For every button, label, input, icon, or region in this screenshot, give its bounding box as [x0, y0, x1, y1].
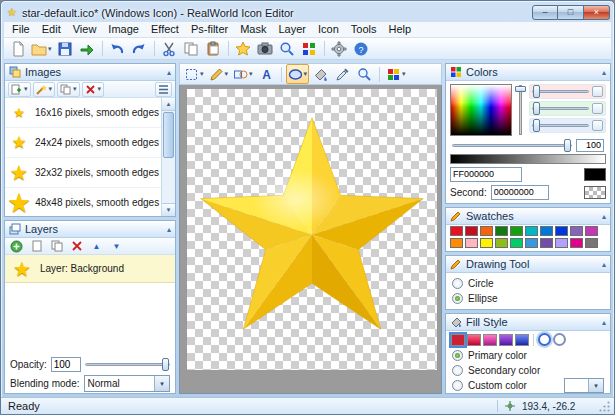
- red-spin-button[interactable]: [592, 86, 603, 97]
- secondary-color-radio[interactable]: [452, 365, 463, 376]
- chevron-down-icon[interactable]: ▾: [588, 379, 603, 392]
- redo-button[interactable]: [129, 39, 150, 59]
- menu-effect[interactable]: Effect: [145, 22, 185, 37]
- brightness-slider-thumb[interactable]: [515, 86, 526, 92]
- duplicate-image-button[interactable]: ▾: [57, 82, 80, 97]
- fill-style-gradient-1[interactable]: [467, 334, 481, 346]
- image-item-48[interactable]: ★ 48x48 pixels, smooth edges: [5, 188, 161, 216]
- colors-button[interactable]: [299, 39, 320, 59]
- hue-saturation-picker[interactable]: [450, 84, 512, 136]
- ellipse-tool-button[interactable]: ▾: [286, 64, 310, 84]
- red-slider[interactable]: [532, 89, 589, 94]
- swatch[interactable]: [525, 238, 538, 248]
- text-tool-button[interactable]: A: [256, 64, 277, 84]
- help-button[interactable]: ?: [351, 39, 372, 59]
- images-scrollbar[interactable]: ▲ ▼: [161, 98, 175, 216]
- menu-help[interactable]: Help: [382, 22, 417, 37]
- green-slider-thumb[interactable]: [533, 102, 540, 115]
- menu-icon[interactable]: Icon: [312, 22, 345, 37]
- swatch[interactable]: [450, 238, 463, 248]
- brightness-slider[interactable]: [515, 84, 526, 136]
- layers-panel-header[interactable]: Layers ▴: [5, 221, 175, 238]
- blue-slider-thumb[interactable]: [533, 119, 540, 132]
- swatch[interactable]: [450, 226, 463, 236]
- settings-button[interactable]: [329, 39, 350, 59]
- maximize-button[interactable]: □: [558, 5, 584, 20]
- new-image-button[interactable]: ▾: [8, 82, 31, 97]
- chevron-down-icon[interactable]: ▾: [154, 376, 169, 391]
- menu-layer[interactable]: Layer: [272, 22, 312, 37]
- red-slider-thumb[interactable]: [533, 85, 540, 98]
- circle-option[interactable]: Circle: [446, 276, 610, 291]
- swatch[interactable]: [570, 238, 583, 248]
- minimize-button[interactable]: –: [532, 5, 558, 20]
- move-layer-down-button[interactable]: ▼: [108, 239, 125, 254]
- swatch[interactable]: [555, 238, 568, 248]
- menu-image[interactable]: Image: [102, 22, 145, 37]
- move-layer-up-button[interactable]: ▲: [88, 239, 105, 254]
- primary-color-option[interactable]: Primary color: [446, 348, 610, 363]
- green-spin-button[interactable]: [592, 103, 603, 114]
- menu-tools[interactable]: Tools: [345, 22, 383, 37]
- layer-row-background[interactable]: ★ Layer: Background: [5, 255, 175, 283]
- collapse-icon[interactable]: ▴: [167, 68, 171, 77]
- paste-button[interactable]: [203, 39, 224, 59]
- swatch[interactable]: [495, 226, 508, 236]
- scroll-up-icon[interactable]: ▲: [162, 98, 175, 111]
- fill-style-gradient-4[interactable]: [515, 334, 529, 346]
- menu-view[interactable]: View: [67, 22, 103, 37]
- copy-button[interactable]: [181, 39, 202, 59]
- custom-color-radio[interactable]: [452, 380, 463, 391]
- second-hex-input[interactable]: [491, 185, 549, 200]
- dropper-tool-button[interactable]: [332, 64, 353, 84]
- zoom-tool-button[interactable]: [354, 64, 375, 84]
- blending-mode-select[interactable]: Normal ▾: [84, 375, 171, 392]
- primary-color-label[interactable]: Primary color: [468, 350, 527, 361]
- blue-slider[interactable]: [532, 123, 589, 128]
- ellipse-option[interactable]: Ellipse: [446, 291, 610, 306]
- swatch[interactable]: [555, 226, 568, 236]
- primary-hex-input[interactable]: [450, 167, 522, 182]
- swatch[interactable]: [495, 238, 508, 248]
- menu-ps-filter[interactable]: Ps-filter: [185, 22, 234, 37]
- swatch[interactable]: [465, 226, 478, 236]
- image-item-16[interactable]: ★ 16x16 pixels, smooth edges: [5, 98, 161, 128]
- scroll-down-icon[interactable]: ▼: [162, 203, 175, 216]
- images-panel-header[interactable]: Images ▴: [5, 64, 175, 81]
- menu-edit[interactable]: Edit: [36, 22, 67, 37]
- opacity-slider[interactable]: [85, 362, 170, 367]
- canvas-area[interactable]: [179, 85, 442, 394]
- resize-grip[interactable]: [598, 400, 611, 413]
- secondary-color-option[interactable]: Secondary color: [446, 363, 610, 378]
- collapse-icon[interactable]: ▴: [167, 225, 171, 234]
- collapse-icon[interactable]: ▴: [602, 260, 606, 269]
- fill-style-radial-selected[interactable]: [538, 333, 551, 346]
- custom-color-label[interactable]: Custom color: [468, 380, 527, 391]
- swatch[interactable]: [480, 238, 493, 248]
- alpha-input[interactable]: [576, 139, 604, 152]
- fill-style-gradient-3[interactable]: [499, 334, 513, 346]
- wizard-button[interactable]: [233, 39, 254, 59]
- canvas-checkerboard[interactable]: [187, 89, 437, 370]
- shape-tool-button[interactable]: ▾: [231, 64, 255, 84]
- swatch[interactable]: [480, 226, 493, 236]
- new-document-button[interactable]: [7, 39, 28, 59]
- add-layer-button[interactable]: [8, 239, 25, 254]
- delete-image-button[interactable]: ▾: [82, 82, 105, 97]
- ellipse-label[interactable]: Ellipse: [468, 293, 497, 304]
- fill-style-panel-header[interactable]: Fill Style ▴: [446, 314, 610, 331]
- swatch[interactable]: [525, 226, 538, 236]
- swatch[interactable]: [465, 238, 478, 248]
- collapse-icon[interactable]: ▴: [602, 212, 606, 221]
- scrollbar-thumb[interactable]: [163, 112, 174, 158]
- undo-button[interactable]: [107, 39, 128, 59]
- primary-color-swatch[interactable]: [584, 168, 606, 181]
- ellipse-radio[interactable]: [452, 293, 463, 304]
- opacity-slider-thumb[interactable]: [162, 358, 169, 371]
- test-button[interactable]: [277, 39, 298, 59]
- menu-mask[interactable]: Mask: [234, 22, 272, 37]
- secondary-color-label[interactable]: Secondary color: [468, 365, 540, 376]
- swatch[interactable]: [585, 238, 598, 248]
- circle-label[interactable]: Circle: [468, 278, 494, 289]
- fill-style-gradient-2[interactable]: [483, 334, 497, 346]
